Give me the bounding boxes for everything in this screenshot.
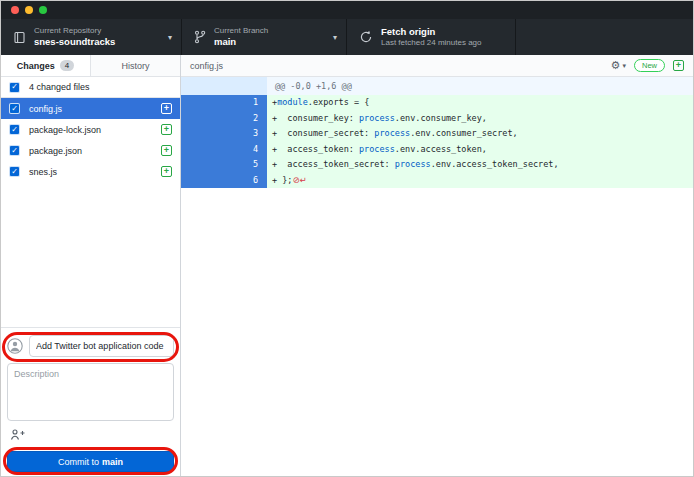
file-row[interactable]: ✓package-lock.json+ [1,119,180,140]
file-checkbox[interactable]: ✓ [9,145,20,156]
new-line-number: 6 [217,173,267,189]
repository-label: Current Repository [34,26,115,36]
new-line-number: 5 [217,157,267,173]
minimize-window-button[interactable] [25,6,33,14]
old-line-number [181,142,217,158]
file-name: package.json [29,146,82,156]
hunk-gutter[interactable] [181,77,267,95]
file-name: snes.js [29,167,57,177]
gear-icon: ⚙ [611,60,621,71]
commit-button[interactable]: Commit to main [7,451,174,472]
new-line-number: 1 [217,95,267,111]
close-window-button[interactable] [11,6,19,14]
old-line-number [181,95,217,111]
zoom-window-button[interactable] [39,6,47,14]
diff-line-content: + consumer_key: process.env.consumer_key… [267,111,693,127]
diff-line: 5+ access_token_secret: process.env.acce… [181,157,693,173]
fetch-subtitle: Last fetched 24 minutes ago [381,38,482,48]
coauthor-row [7,427,174,445]
file-row[interactable]: ✓package.json+ [1,140,180,161]
diff-line: 1+module.exports = { [181,95,693,111]
repo-icon [13,31,26,44]
old-line-number [181,157,217,173]
file-checkbox[interactable]: ✓ [9,103,20,114]
changed-file-list: ✓config.js+✓package-lock.json+✓package.j… [1,98,180,182]
diff-options-button[interactable]: ⚙ ▾ [611,60,626,71]
hunk-header: @@ -0,0 +1,6 @@ [181,77,693,95]
chevron-down-icon: ▾ [622,62,626,69]
sync-icon [359,30,373,44]
select-all-checkbox[interactable]: ✓ [9,82,20,93]
fetch-origin-button[interactable]: Fetch origin Last fetched 24 minutes ago [346,19,516,55]
file-checkbox[interactable]: ✓ [9,124,20,135]
diff-line-content: +module.exports = { [267,95,693,111]
added-file-status-icon: + [161,124,172,135]
diff-line: 6+ };⊘↵ [181,173,693,189]
github-desktop-window: Current Repository snes-soundtracks ▾ Cu… [0,0,694,477]
sidebar-empty-space [1,182,180,327]
commit-button-prefix: Commit to [58,457,99,467]
diff-line: 4+ access_token: process.env.access_toke… [181,142,693,158]
commit-description-textarea[interactable] [7,363,174,421]
diff-line-content: + consumer_secret: process.env.consumer_… [267,126,693,142]
old-line-number [181,111,217,127]
file-row[interactable]: ✓config.js+ [1,98,180,119]
diff-panel: config.js ⚙ ▾ New + @@ -0,0 +1,6 @@ 1+mo… [181,55,693,477]
file-checkbox[interactable]: ✓ [9,166,20,177]
file-name: config.js [29,104,62,114]
toolbar: Current Repository snes-soundtracks ▾ Cu… [1,19,693,55]
current-repository-dropdown[interactable]: Current Repository snes-soundtracks ▾ [1,19,181,55]
commit-summary-input[interactable] [29,335,174,357]
new-line-number: 3 [217,126,267,142]
changed-files-header: ✓ 4 changed files [1,77,180,98]
diff-empty-area [181,188,693,477]
added-file-status-icon: + [161,103,172,114]
diff-line-content: + access_token_secret: process.env.acces… [267,157,693,173]
tab-changes-label: Changes [17,61,55,71]
file-row[interactable]: ✓snes.js+ [1,161,180,182]
tab-history[interactable]: History [90,55,180,76]
diff-lines: 1+module.exports = {2+ consumer_key: pro… [181,95,693,188]
tab-changes[interactable]: Changes 4 [1,55,90,76]
diff-file-header: config.js ⚙ ▾ New + [181,55,693,77]
branch-name: main [214,36,268,48]
added-file-status-icon: + [161,145,172,156]
diff-line: 3+ consumer_secret: process.env.consumer… [181,126,693,142]
old-line-number [181,173,217,189]
new-file-badge: New [634,59,665,72]
branch-label: Current Branch [214,26,268,36]
diff-line: 2+ consumer_key: process.env.consumer_ke… [181,111,693,127]
diff-line-gutter[interactable]: 6 [181,173,267,189]
added-file-status-icon: + [161,166,172,177]
changes-count-badge: 4 [60,60,74,71]
diff-line-gutter[interactable]: 5 [181,157,267,173]
branch-selector-text: Current Branch main [214,26,268,48]
current-branch-dropdown[interactable]: Current Branch main ▾ [181,19,346,55]
branch-icon [194,30,206,44]
diff-line-gutter[interactable]: 2 [181,111,267,127]
chevron-down-icon: ▾ [168,33,172,42]
expand-diff-button[interactable]: + [673,60,684,71]
fetch-title: Fetch origin [381,26,482,38]
commit-area: Commit to main [1,327,180,477]
diff-line-gutter[interactable]: 1 [181,95,267,111]
repository-selector-text: Current Repository snes-soundtracks [34,26,115,48]
commit-summary-row [7,335,174,357]
diff-line-gutter[interactable]: 4 [181,142,267,158]
new-line-number: 4 [217,142,267,158]
diff-line-content: + access_token: process.env.access_token… [267,142,693,158]
diff-line-gutter[interactable]: 3 [181,126,267,142]
check-icon: ✓ [11,83,18,91]
file-name: package-lock.json [29,125,101,135]
fetch-text: Fetch origin Last fetched 24 minutes ago [381,26,482,48]
diff-line-content: + };⊘↵ [267,173,693,189]
chevron-down-icon: ▾ [333,33,337,42]
content-area: Changes 4 History ✓ 4 changed files ✓con… [1,55,693,477]
changed-files-label: 4 changed files [29,82,90,92]
user-avatar [7,338,23,354]
add-coauthor-icon[interactable] [10,427,26,445]
commit-button-branch: main [102,457,123,467]
repository-name: snes-soundtracks [34,36,115,48]
new-line-number: 2 [217,111,267,127]
sidebar: Changes 4 History ✓ 4 changed files ✓con… [1,55,181,477]
